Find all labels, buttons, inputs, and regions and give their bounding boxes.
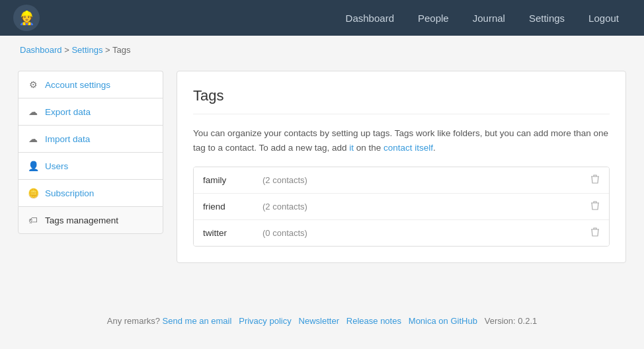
tag-count-twitter: (0 contacts) [262, 228, 307, 238]
breadcrumb-sep1: > [64, 45, 71, 55]
nav-people[interactable]: People [406, 0, 461, 36]
sidebar-link-subscription[interactable]: Subscription [45, 188, 94, 198]
tags-table: family (2 contacts) friend (2 contacts) … [193, 167, 610, 247]
logo-area: 👷 [13, 5, 40, 31]
app-logo: 👷 [13, 5, 40, 31]
breadcrumb-settings[interactable]: Settings [71, 45, 102, 55]
footer-github-link[interactable]: Monica on GitHub [409, 316, 477, 326]
delete-family-button[interactable] [590, 174, 600, 186]
footer-release-notes-link[interactable]: Release notes [346, 316, 401, 326]
footer-send-email-link[interactable]: Send me an email [163, 316, 232, 326]
footer-version: Version: 0.2.1 [480, 316, 538, 326]
sidebar-item-subscription[interactable]: 🪙 Subscription [18, 179, 163, 206]
description-text: You can organize your contacts by settin… [193, 126, 610, 155]
sidebar-link-account-settings[interactable]: Account settings [45, 80, 110, 90]
tag-count-friend: (2 contacts) [262, 202, 307, 212]
sidebar-item-import-data[interactable]: ☁ Import data [18, 125, 163, 152]
main-container: ⚙ Account settings ☁ Export data ☁ Impor… [5, 64, 639, 290]
breadcrumb-dashboard[interactable]: Dashboard [20, 45, 62, 55]
nav-journal[interactable]: Journal [461, 0, 517, 36]
nav-logout[interactable]: Logout [577, 0, 631, 36]
user-icon: 👤 [28, 161, 38, 171]
subscription-icon: 🪙 [28, 188, 38, 198]
gear-icon: ⚙ [28, 79, 38, 90]
tag-count-family: (2 contacts) [262, 175, 307, 185]
sidebar-item-account-settings[interactable]: ⚙ Account settings [18, 71, 163, 98]
main-nav: Dashboard People Journal Settings Logout [334, 0, 631, 36]
sidebar: ⚙ Account settings ☁ Export data ☁ Impor… [18, 71, 163, 263]
nav-settings[interactable]: Settings [517, 0, 577, 36]
footer-newsletter-link[interactable]: Newsletter [299, 316, 339, 326]
footer-sep3 [342, 316, 346, 326]
delete-twitter-button[interactable] [590, 227, 600, 239]
app-header: 👷 Dashboard People Journal Settings Logo… [0, 0, 644, 36]
page-footer: Any remarks? Send me an email Privacy po… [0, 303, 644, 339]
breadcrumb-current: Tags [112, 45, 130, 55]
sidebar-link-import-data[interactable]: Import data [45, 134, 90, 144]
table-row: twitter (0 contacts) [194, 220, 609, 246]
sidebar-label-tags: Tags management [45, 215, 118, 225]
export-icon: ☁ [28, 106, 38, 117]
import-icon: ☁ [28, 134, 38, 144]
table-row: friend (2 contacts) [194, 194, 609, 220]
it-link[interactable]: it [349, 143, 354, 153]
delete-friend-button[interactable] [590, 200, 600, 213]
tag-name-twitter: twitter [203, 228, 262, 238]
footer-sep4 [404, 316, 409, 326]
table-row: family (2 contacts) [194, 167, 609, 194]
sidebar-item-users[interactable]: 👤 Users [18, 152, 163, 179]
footer-sep2 [294, 316, 298, 326]
sidebar-link-export-data[interactable]: Export data [45, 107, 91, 117]
tag-name-friend: friend [203, 202, 262, 212]
breadcrumb-sep2: > [105, 45, 112, 55]
content-area: Tags You can organize your contacts by s… [177, 71, 626, 263]
footer-privacy-policy-link[interactable]: Privacy policy [239, 316, 291, 326]
contact-itself-link[interactable]: contact itself [383, 143, 433, 153]
nav-dashboard[interactable]: Dashboard [334, 0, 406, 36]
tag-icon: 🏷 [28, 215, 38, 225]
page-title: Tags [193, 87, 610, 114]
footer-remarks-text: Any remarks? [107, 316, 163, 326]
sidebar-item-tags-management[interactable]: 🏷 Tags management [18, 206, 163, 234]
breadcrumb: Dashboard > Settings > Tags [0, 36, 644, 64]
sidebar-item-export-data[interactable]: ☁ Export data [18, 98, 163, 125]
tag-name-family: family [203, 175, 262, 185]
sidebar-link-users[interactable]: Users [45, 161, 68, 171]
